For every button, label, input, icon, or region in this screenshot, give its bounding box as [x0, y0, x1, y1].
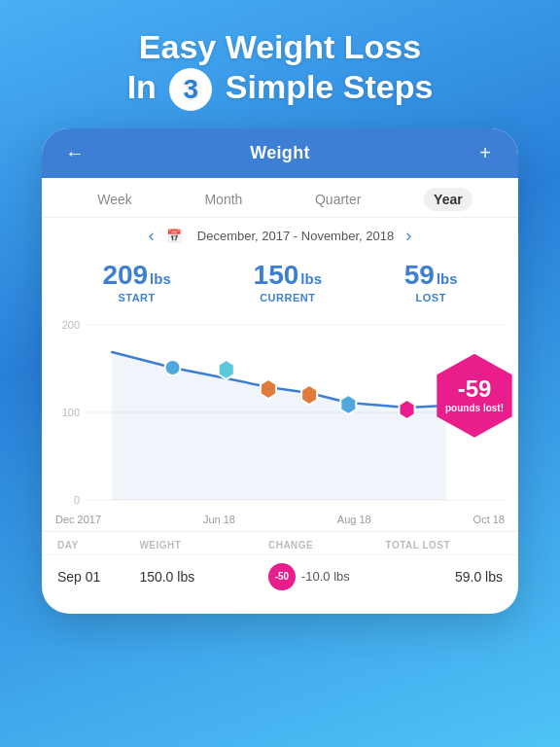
chart-area: 200 100 0 -59 pounds los: [55, 315, 505, 510]
stats-row: 209lbs START 150lbs CURRENT 59lbs LOST: [42, 250, 518, 307]
hero-line2-post: Simple Steps: [226, 68, 434, 105]
badge-text: pounds lost!: [445, 403, 504, 414]
change-value: -10.0 lbs: [301, 569, 350, 584]
svg-marker-12: [400, 400, 415, 419]
col-header-day: DAY: [57, 540, 139, 551]
tab-quarter[interactable]: Quarter: [305, 188, 370, 211]
svg-marker-11: [340, 395, 356, 414]
tab-year[interactable]: Year: [424, 188, 472, 211]
stat-lost: 59lbs LOST: [404, 260, 458, 303]
table-row: Sep 01 150.0 lbs -50 -10.0 lbs 59.0 lbs: [42, 554, 518, 598]
main-card: ← Weight + Week Month Quarter Year ‹ 📅 D…: [42, 128, 518, 614]
card-title: Weight: [250, 143, 309, 163]
svg-text:0: 0: [74, 494, 80, 506]
row-total-lost: 59.0 lbs: [385, 569, 503, 585]
stat-lost-value: 59lbs: [404, 260, 458, 291]
stat-current-value: 150lbs: [254, 260, 322, 291]
card-header: ← Weight +: [42, 128, 518, 178]
svg-text:100: 100: [62, 407, 80, 418]
next-period-button[interactable]: ›: [405, 226, 411, 246]
x-label-aug18: Aug 18: [337, 514, 371, 525]
date-range-text: December, 2017 - November, 2018: [197, 229, 394, 243]
svg-point-7: [164, 360, 180, 375]
svg-text:200: 200: [62, 319, 80, 331]
x-axis-labels: Dec 2017 Jun 18 Aug 18 Oct 18: [42, 514, 518, 525]
svg-marker-6: [112, 352, 445, 500]
tab-month[interactable]: Month: [194, 188, 252, 211]
hero-line2: In 3 Simple Steps: [127, 67, 434, 111]
badge-number: -59: [458, 377, 492, 401]
svg-marker-8: [219, 360, 234, 379]
col-header-weight: WEIGHT: [139, 540, 268, 551]
stat-current-label: CURRENT: [254, 292, 322, 303]
row-change: -50 -10.0 lbs: [268, 563, 386, 590]
tab-week[interactable]: Week: [88, 188, 142, 211]
stat-start: 209lbs START: [102, 260, 170, 303]
row-weight: 150.0 lbs: [139, 569, 268, 585]
hero-line2-pre: In: [127, 68, 157, 105]
date-range: ‹ 📅 December, 2017 - November, 2018 ›: [42, 218, 518, 250]
back-button[interactable]: ←: [61, 142, 88, 164]
svg-marker-10: [301, 385, 317, 405]
add-button[interactable]: +: [472, 142, 499, 164]
stat-lost-label: LOST: [404, 292, 458, 303]
hero-line1: Easy Weight Loss: [127, 27, 434, 67]
row-day: Sep 01: [57, 569, 139, 585]
table-header: DAY WEIGHT CHANGE TOTAL LOST: [42, 531, 518, 554]
hero-number-circle: 3: [169, 68, 212, 111]
stat-start-label: START: [102, 292, 170, 303]
change-badge: -50: [268, 563, 296, 590]
prev-period-button[interactable]: ‹: [149, 226, 155, 246]
stat-start-value: 209lbs: [102, 260, 170, 291]
col-header-change: CHANGE: [268, 540, 386, 551]
svg-marker-9: [261, 379, 276, 399]
tabs-container: Week Month Quarter Year: [42, 178, 518, 218]
calendar-icon: 📅: [166, 229, 182, 243]
stat-current: 150lbs CURRENT: [254, 260, 322, 303]
x-label-dec2017: Dec 2017: [55, 514, 101, 525]
x-label-oct18: Oct 18: [473, 514, 505, 525]
hero-title: Easy Weight Loss In 3 Simple Steps: [127, 27, 434, 111]
x-label-jun18: Jun 18: [203, 514, 235, 525]
col-header-total: TOTAL LOST: [385, 540, 503, 551]
